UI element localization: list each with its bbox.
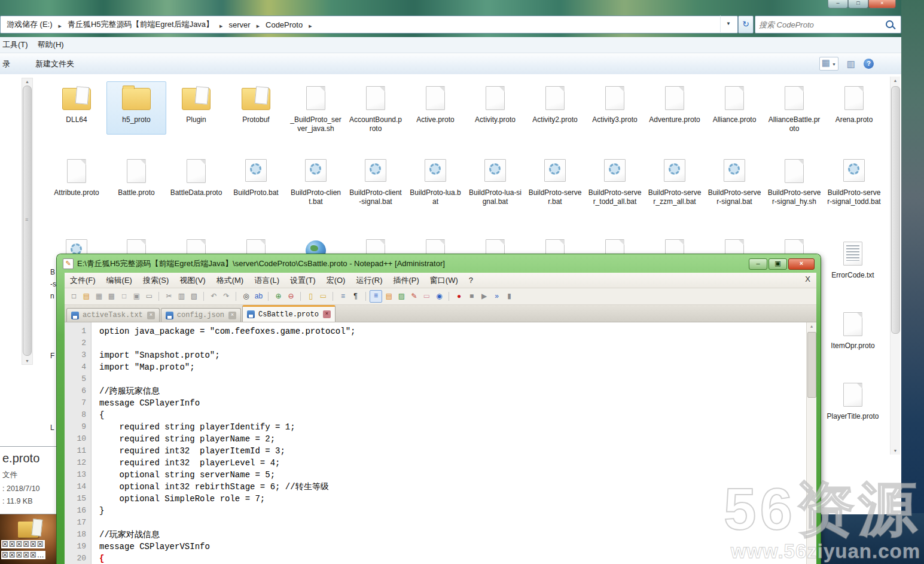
file-tile[interactable]: BuildProto-server_todd_all.bat [585, 154, 645, 208]
scroll-up-icon[interactable]: ▲ [22, 80, 32, 84]
menu-item[interactable]: 视图(V) [174, 274, 211, 287]
file-tile[interactable]: Adventure.proto [645, 81, 705, 135]
editor-tab[interactable]: CsBattle.proto [242, 305, 336, 322]
file-tile[interactable]: Arena.proto [824, 81, 884, 135]
new-file-icon[interactable]: □ [68, 291, 80, 302]
open-file-icon[interactable]: ▤ [81, 291, 92, 302]
desktop-folder-icon[interactable] [18, 522, 38, 538]
breadcrumb-arrow-icon[interactable] [54, 19, 66, 30]
file-tile[interactable]: Activity.proto [465, 81, 525, 135]
macro-play-icon[interactable]: ▶ [478, 291, 490, 302]
scroll-down-icon[interactable]: ▼ [891, 449, 900, 453]
file-tile[interactable]: PlayerTitle.proto [823, 378, 883, 422]
new-folder-button[interactable]: 新建文件夹 [35, 59, 74, 69]
menu-item[interactable]: ? [463, 275, 478, 286]
file-tile[interactable]: Attribute.proto [47, 154, 106, 208]
breadcrumb-item[interactable]: 青丘狐H5完整源码【前端Egret后端Java】 [66, 19, 215, 30]
close-button[interactable]: × [868, 0, 896, 8]
file-tile[interactable] [106, 234, 166, 254]
save-icon[interactable]: ▦ [93, 291, 105, 302]
cut-icon[interactable]: ✂ [163, 291, 175, 302]
file-tile[interactable]: Protobuf [226, 81, 286, 135]
indent-guides-icon[interactable]: ≡ [370, 290, 382, 303]
file-tile[interactable]: Battle.proto [106, 154, 166, 208]
breadcrumb-item[interactable]: server [228, 20, 252, 29]
minimize-button[interactable]: – [828, 0, 848, 8]
file-tile[interactable]: BuildProto.bat [226, 154, 286, 208]
file-tile[interactable]: BuildProto-client.bat [286, 154, 346, 208]
file-tile[interactable]: DLL64 [47, 81, 106, 135]
file-tile[interactable]: BattleData.proto [166, 154, 226, 208]
menu-item[interactable]: 语言(L) [249, 274, 285, 287]
show-all-characters-icon[interactable]: ¶ [350, 291, 361, 302]
file-tile[interactable]: Plugin [166, 81, 226, 135]
search-icon[interactable] [886, 20, 893, 28]
replace-icon[interactable]: ab [253, 291, 264, 302]
menu-item[interactable]: 搜索(S) [138, 274, 174, 287]
file-tile[interactable] [286, 234, 346, 254]
file-tile[interactable] [166, 234, 226, 254]
file-tile[interactable] [405, 234, 465, 254]
address-bar[interactable]: 游戏储存 (E:) 青丘狐H5完整源码【前端Egret后端Java】 serve… [0, 16, 738, 33]
file-tile[interactable]: Activity3.proto [585, 81, 645, 135]
file-tile[interactable]: h5_proto [106, 81, 166, 135]
maximize-button[interactable]: □ [848, 0, 868, 8]
file-tile[interactable] [346, 234, 405, 254]
file-tile[interactable] [226, 234, 286, 254]
menu-item[interactable]: 宏(O) [321, 274, 351, 287]
redo-icon[interactable]: ↷ [221, 291, 232, 302]
breadcrumb-arrow-icon[interactable] [252, 19, 264, 30]
change-view-icon[interactable]: ▦▼ [819, 57, 838, 71]
editor-tab[interactable]: activeTask.txt [66, 308, 160, 322]
file-tile[interactable]: Alliance.proto [705, 81, 764, 135]
file-tile[interactable]: AccountBound.proto [346, 81, 405, 135]
close-all-docs-icon[interactable]: ▣ [131, 291, 142, 302]
file-tile[interactable]: _BuildProto_server_java.sh [286, 81, 346, 135]
file-tile[interactable] [47, 234, 106, 254]
macro-run-multiple-icon[interactable]: » [491, 291, 502, 302]
notepad-titlebar[interactable]: ✎ E:\青丘狐H5完整源码【前端Egret后端Java】\server\Cod… [63, 256, 815, 272]
file-tile[interactable] [645, 234, 705, 254]
file-list-scrollbar[interactable]: ▲ ▼ [890, 77, 900, 455]
address-dropdown-icon[interactable]: ▼ [720, 16, 736, 32]
file-tile[interactable]: BuildProto-server.bat [525, 154, 585, 208]
macro-save-icon[interactable]: ▮ [504, 291, 515, 302]
file-tile[interactable]: Active.proto [405, 81, 465, 135]
minimize-button[interactable]: – [749, 258, 767, 270]
sync-scroll-h-icon[interactable]: ▭ [318, 291, 329, 302]
zoom-in-icon[interactable]: ⊕ [273, 291, 284, 302]
find-icon[interactable]: ◎ [240, 291, 252, 302]
file-tile[interactable]: BuildProto-server-signal_todd.bat [824, 154, 884, 208]
file-tile[interactable]: BuildProto-server-signal_hy.sh [764, 154, 824, 208]
document-map-icon[interactable]: ▨ [396, 291, 407, 302]
file-tile[interactable]: BuildProto-lua-signal.bat [465, 154, 525, 208]
breadcrumb-arrow-icon[interactable] [215, 19, 227, 30]
scroll-down-icon[interactable]: ▼ [22, 359, 32, 363]
copy-icon[interactable]: ▥ [176, 291, 187, 302]
file-tile[interactable] [465, 234, 525, 254]
document-close-icon[interactable]: X [805, 275, 810, 283]
editor-tab[interactable]: config.json [161, 308, 241, 322]
file-tile[interactable]: Activity2.proto [525, 81, 585, 135]
file-tile[interactable]: AllianceBattle.proto [764, 81, 824, 135]
menu-item[interactable]: 运行(R) [350, 274, 388, 287]
editor-scrollbar[interactable]: ▲ [806, 322, 816, 564]
tab-close-icon[interactable] [147, 312, 155, 319]
breadcrumb-item[interactable]: 游戏储存 (E:) [5, 19, 54, 30]
paste-icon[interactable]: ▧ [188, 291, 200, 302]
preview-pane-icon[interactable]: ▥ [847, 59, 855, 69]
menu-item[interactable]: 编辑(E) [101, 274, 138, 287]
zoom-out-icon[interactable]: ⊖ [285, 291, 297, 302]
burn-button-fragment[interactable]: 录 [2, 59, 10, 69]
scrollbar-thumb[interactable] [891, 86, 900, 334]
scroll-up-icon[interactable]: ▲ [891, 78, 900, 83]
tab-close-icon[interactable] [228, 312, 236, 319]
file-tile[interactable]: ErrorCode.txt [823, 237, 883, 281]
file-monitoring-icon[interactable]: ◉ [434, 291, 445, 302]
code-editor[interactable]: 1 option java_package = "com.feefoxes.ga… [65, 322, 816, 564]
restore-button[interactable]: ▣ [769, 258, 787, 270]
file-tile[interactable]: BuildProto-server_zzm_all.bat [645, 154, 705, 208]
macro-record-icon[interactable]: ● [453, 291, 465, 302]
macro-stop-icon[interactable]: ■ [466, 291, 477, 302]
menu-item[interactable]: 格式(M) [211, 274, 249, 287]
